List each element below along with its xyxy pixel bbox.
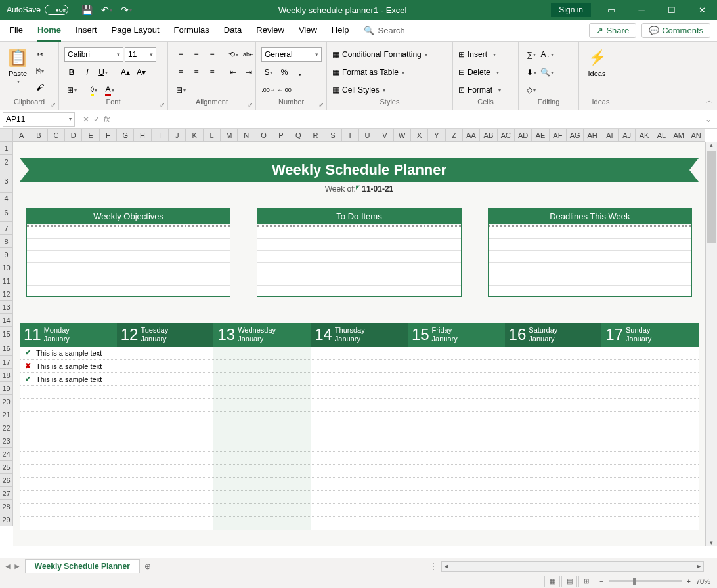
ribbon-display-icon[interactable]: ▭: [596, 0, 626, 20]
row-header[interactable]: 28: [0, 500, 12, 513]
format-table-button[interactable]: ▦Format as Table▾: [332, 65, 407, 79]
row-header[interactable]: 25: [0, 461, 12, 474]
column-header[interactable]: E: [82, 129, 99, 141]
dialog-launcher-icon[interactable]: ⤢: [160, 101, 165, 108]
worksheet-canvas[interactable]: Weekly Schedule Planner Week of:◤ 11-01-…: [13, 142, 705, 546]
row-header[interactable]: 22: [0, 421, 12, 434]
expand-formula-icon[interactable]: ⌄: [700, 115, 717, 124]
fill-color-button[interactable]: ◊▾: [87, 83, 101, 97]
column-header[interactable]: D: [65, 129, 82, 141]
column-header[interactable]: V: [376, 129, 393, 141]
tab-home[interactable]: Home: [37, 20, 61, 42]
column-header[interactable]: R: [307, 129, 324, 141]
zoom-level[interactable]: 70%: [696, 578, 710, 585]
normal-view-icon[interactable]: ▦: [544, 576, 560, 587]
row-header[interactable]: 12: [0, 287, 12, 301]
page-layout-view-icon[interactable]: ▤: [561, 576, 577, 587]
empty-row[interactable]: [20, 452, 699, 465]
align-bottom-icon[interactable]: ≡: [205, 47, 219, 62]
share-button[interactable]: ↗Share: [589, 23, 636, 38]
column-header[interactable]: AJ: [619, 129, 636, 141]
column-header[interactable]: AK: [636, 129, 653, 141]
align-right-icon[interactable]: ≡: [205, 65, 219, 79]
tab-file[interactable]: File: [9, 20, 23, 42]
autosave-toggle[interactable]: AutoSave ● Off: [7, 5, 68, 15]
cell-styles-button[interactable]: ▦Cell Styles▾: [332, 83, 388, 97]
row-header[interactable]: 8: [0, 235, 12, 248]
empty-row[interactable]: [20, 504, 699, 517]
row-header[interactable]: 20: [0, 395, 12, 408]
empty-row[interactable]: [20, 491, 699, 504]
decrease-indent-icon[interactable]: ⇤: [226, 65, 240, 79]
column-header[interactable]: AN: [687, 129, 705, 141]
row-header[interactable]: 29: [0, 513, 12, 526]
task-row[interactable]: ✔This is a sample text: [20, 373, 699, 386]
conditional-formatting-button[interactable]: ▦Conditional Formatting▾: [332, 47, 430, 62]
column-header[interactable]: S: [324, 129, 341, 141]
tab-scroll-left-icon[interactable]: ◄: [4, 562, 12, 571]
row-header[interactable]: 6: [0, 203, 12, 222]
minimize-icon[interactable]: ─: [626, 0, 657, 20]
empty-row[interactable]: [20, 425, 699, 438]
tab-review[interactable]: Review: [256, 20, 284, 42]
zoom-out-button[interactable]: −: [599, 578, 603, 585]
week-of-value[interactable]: 11-01-21: [362, 184, 393, 194]
vertical-scrollbar[interactable]: ▴▾: [705, 142, 717, 546]
column-header[interactable]: AA: [463, 129, 480, 141]
align-top-icon[interactable]: ≡: [173, 47, 188, 62]
dialog-launcher-icon[interactable]: ⤢: [51, 101, 56, 108]
row-header[interactable]: 19: [0, 382, 12, 395]
row-header[interactable]: 17: [0, 356, 12, 369]
sort-icon[interactable]: A↓▾: [540, 47, 554, 62]
column-header[interactable]: AH: [584, 129, 601, 141]
ideas-button[interactable]: ⚡ Ideas: [584, 47, 609, 77]
empty-row[interactable]: [20, 517, 699, 530]
column-header[interactable]: AG: [567, 129, 584, 141]
redo-icon[interactable]: ↷▾: [118, 2, 134, 18]
delete-cells-button[interactable]: ⊟Delete▾: [458, 65, 502, 79]
column-header[interactable]: AL: [653, 129, 670, 141]
clear-icon[interactable]: ◇▾: [524, 83, 538, 97]
task-row[interactable]: ✔This is a sample text: [20, 346, 699, 360]
column-header[interactable]: W: [394, 129, 411, 141]
column-header[interactable]: I: [152, 129, 169, 141]
tab-scroll-right-icon[interactable]: ►: [13, 562, 21, 571]
zoom-in-button[interactable]: +: [687, 578, 691, 585]
row-header[interactable]: 18: [0, 369, 12, 382]
merge-button[interactable]: ⊟▾: [173, 83, 188, 97]
column-header[interactable]: AD: [515, 129, 532, 141]
tab-formulas[interactable]: Formulas: [174, 20, 209, 42]
dialog-launcher-icon[interactable]: ⤢: [318, 101, 324, 108]
row-header[interactable]: 1: [0, 142, 12, 155]
align-middle-icon[interactable]: ≡: [189, 47, 204, 62]
empty-row[interactable]: [20, 386, 699, 399]
number-format-select[interactable]: General: [261, 47, 322, 62]
font-color-button[interactable]: A▾: [102, 83, 117, 97]
orientation-icon[interactable]: ⟲▾: [226, 47, 240, 62]
column-header[interactable]: O: [255, 129, 272, 141]
task-row[interactable]: ✘This is a sample text: [20, 360, 699, 373]
column-header[interactable]: F: [100, 129, 117, 141]
row-header[interactable]: 3: [0, 169, 12, 193]
scrollbar-thumb[interactable]: [707, 151, 716, 243]
horizontal-scrollbar[interactable]: ◄►: [441, 561, 704, 572]
column-header[interactable]: Y: [428, 129, 445, 141]
column-header[interactable]: B: [30, 129, 47, 141]
row-header[interactable]: 24: [0, 448, 12, 461]
signin-button[interactable]: Sign in: [551, 3, 591, 17]
row-header[interactable]: 15: [0, 327, 12, 341]
tab-view[interactable]: View: [299, 20, 317, 42]
decrease-decimal-icon[interactable]: ←.00: [277, 83, 292, 97]
row-header[interactable]: 16: [0, 341, 12, 356]
maximize-icon[interactable]: ☐: [657, 0, 687, 20]
row-header[interactable]: 23: [0, 434, 12, 448]
fx-icon[interactable]: fx: [104, 115, 110, 124]
column-header[interactable]: P: [272, 129, 290, 141]
copy-icon[interactable]: ⎘▾: [33, 64, 47, 78]
column-header[interactable]: U: [359, 129, 376, 141]
bold-button[interactable]: B: [64, 65, 79, 79]
font-family-select[interactable]: Calibri: [64, 47, 123, 62]
row-header[interactable]: 27: [0, 487, 12, 500]
column-header[interactable]: M: [221, 129, 238, 141]
insert-cells-button[interactable]: ⊞Insert▾: [458, 47, 498, 62]
